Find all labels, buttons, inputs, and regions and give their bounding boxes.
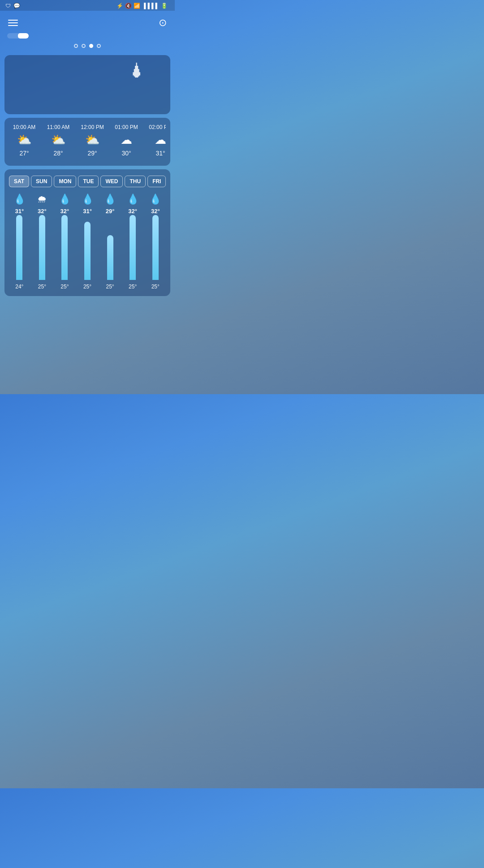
menu-line: [8, 20, 18, 21]
header: ⊙: [0, 11, 175, 33]
dot-3[interactable]: [89, 44, 93, 48]
day-tab-tue[interactable]: TUE: [78, 176, 99, 187]
hour-label: 10:00 AM: [13, 124, 36, 130]
hour-icon: ⛅: [85, 133, 99, 147]
dot-2[interactable]: [82, 44, 86, 48]
day-column-sun: 🌧 32° 25°: [32, 193, 53, 290]
current-weather-card: 🌢: [4, 55, 170, 114]
humidity-icon: 🌢: [129, 62, 146, 79]
hour-item: 11:00 AM ⛅ 28°: [43, 124, 73, 157]
celsius-button[interactable]: [18, 33, 29, 39]
bar-wrapper: [107, 217, 113, 280]
dot-1[interactable]: [74, 44, 78, 48]
temp-bar: [39, 215, 45, 280]
hour-icon: ☁: [155, 133, 166, 147]
day-tab-thu[interactable]: THU: [125, 176, 146, 187]
menu-line: [8, 25, 18, 26]
day-column-thu: 💧 32° 25°: [122, 193, 143, 290]
hour-label: 01:00 PM: [115, 124, 138, 130]
temp-bar: [130, 215, 136, 280]
hour-temp: 29°: [87, 150, 97, 157]
day-max: 31°: [83, 208, 92, 215]
page-dots: [0, 42, 175, 52]
condition-section: 🌢: [112, 62, 162, 82]
bar-wrapper: [84, 217, 91, 280]
day-tab-sun[interactable]: SUN: [31, 176, 52, 187]
hour-temp: 30°: [121, 150, 131, 157]
wifi-icon: 📶: [134, 3, 140, 9]
day-tab-fri[interactable]: FRI: [147, 176, 166, 187]
menu-line: [8, 22, 18, 23]
day-min: 24°: [15, 284, 23, 290]
day-column-fri: 💧 32° 25°: [145, 193, 166, 290]
hour-temp: 28°: [53, 150, 63, 157]
dot-4[interactable]: [97, 44, 101, 48]
day-icon: 💧: [13, 193, 26, 205]
temperature-display: [62, 62, 112, 101]
mute-icon: 🔇: [125, 3, 132, 9]
hourly-scroll[interactable]: 10:00 AM ⛅ 27° 11:00 AM ⛅ 28° 12:00 PM ⛅…: [9, 124, 166, 157]
day-column-tue: 💧 31° 25°: [77, 193, 98, 290]
bar-wrapper: [152, 217, 159, 280]
temp-bar: [107, 235, 113, 280]
hourly-forecast-card: 10:00 AM ⛅ 27° 11:00 AM ⛅ 28° 12:00 PM ⛅…: [4, 118, 170, 166]
day-min: 25°: [60, 284, 69, 290]
unit-row: [0, 33, 175, 42]
bar-wrapper: [39, 217, 45, 280]
day-column-wed: 💧 29° 25°: [99, 193, 121, 290]
bluetooth-icon: ⚡: [117, 3, 123, 9]
fahrenheit-button[interactable]: [7, 33, 18, 39]
temp-bar: [61, 215, 68, 280]
day-icon: 💧: [59, 193, 71, 205]
hour-label: 11:00 AM: [47, 124, 70, 130]
day-max: 31°: [15, 208, 24, 215]
hour-icon: ⛅: [51, 133, 65, 147]
hour-temp: 31°: [156, 150, 165, 157]
unit-toggle[interactable]: [7, 33, 29, 39]
signal-bars: ▐▐▐▐: [142, 3, 157, 9]
day-min: 25°: [129, 284, 137, 290]
hour-label: 12:00 PM: [81, 124, 104, 130]
day-max: 29°: [106, 208, 115, 215]
bar-wrapper: [61, 217, 68, 280]
hour-icon: ⛅: [17, 133, 31, 147]
day-max: 32°: [38, 208, 47, 215]
message-icon: 💬: [13, 3, 20, 9]
day-min: 25°: [38, 284, 46, 290]
day-min: 25°: [106, 284, 114, 290]
temperature-section: [62, 62, 112, 101]
day-min: 25°: [151, 284, 160, 290]
hour-item: 02:00 PM ☁ 31°: [145, 124, 166, 157]
hour-item: 12:00 PM ⛅ 29°: [77, 124, 108, 157]
bar-wrapper: [16, 217, 22, 280]
day-min: 25°: [83, 284, 91, 290]
hour-item: 01:00 PM ☁ 30°: [111, 124, 142, 157]
day-tab-mon[interactable]: MON: [54, 176, 76, 187]
day-tab-wed[interactable]: WED: [100, 176, 123, 187]
day-icon: 💧: [82, 193, 94, 205]
day-tabs[interactable]: SATSUNMONTUEWEDTHUFRI: [9, 176, 166, 187]
day-icon: 💧: [104, 193, 116, 205]
day-column-sat: 💧 31° 24°: [9, 193, 30, 290]
day-column-mon: 💧 32° 25°: [54, 193, 75, 290]
day-tab-sat[interactable]: SAT: [9, 176, 29, 187]
day-icon: 🌧: [37, 193, 47, 205]
bar-wrapper: [130, 217, 136, 280]
day-max: 32°: [60, 208, 69, 215]
hamburger-menu[interactable]: [8, 20, 18, 26]
location-icon[interactable]: ⊙: [159, 17, 167, 29]
shield-icon: 🛡: [5, 3, 11, 9]
day-max: 32°: [128, 208, 137, 215]
date-time-section: [13, 62, 62, 64]
day-icon: 💧: [149, 193, 161, 205]
weekly-grid: 💧 31° 24° 🌧 32° 25° 💧 32° 25° 💧 31° 25° …: [9, 193, 166, 290]
status-left: 🛡 💬: [5, 3, 26, 9]
weekly-forecast-card: SATSUNMONTUEWEDTHUFRI 💧 31° 24° 🌧 32° 25…: [4, 169, 170, 296]
temp-bar: [16, 215, 22, 280]
day-icon: 💧: [127, 193, 139, 205]
temp-bar: [84, 222, 91, 280]
battery-icon: 🔋: [161, 3, 168, 9]
more-link[interactable]: [9, 157, 166, 161]
day-max: 32°: [151, 208, 160, 215]
card-top: 🌢: [13, 62, 162, 101]
